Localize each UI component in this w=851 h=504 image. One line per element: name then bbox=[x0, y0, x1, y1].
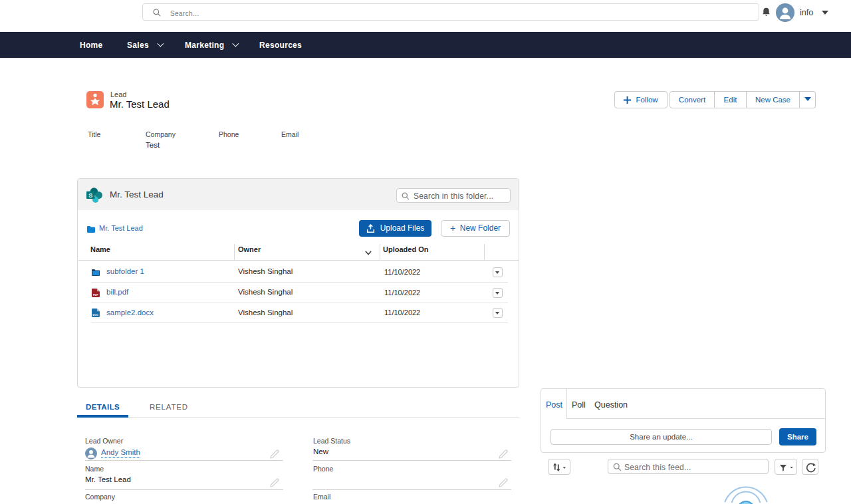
svg-text:S: S bbox=[88, 192, 92, 199]
svg-text:PDF: PDF bbox=[92, 294, 98, 297]
svg-text:DOC: DOC bbox=[92, 314, 98, 316]
